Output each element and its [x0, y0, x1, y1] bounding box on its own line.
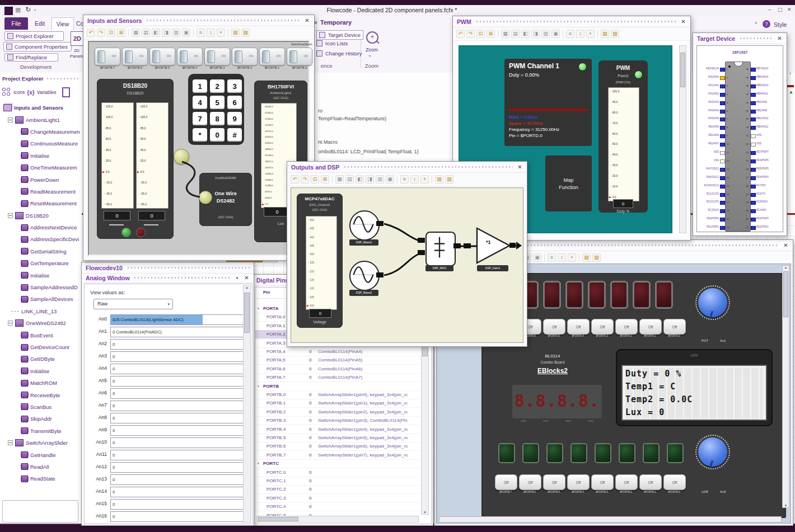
digital-row-PORTB.0[interactable]: PORTB.00SwitchArraySlider1(pin0), keypad…	[255, 390, 420, 399]
pot-knob[interactable]	[695, 285, 730, 320]
toolbar-icon-2[interactable]: ⊡	[107, 29, 115, 37]
view-option-0[interactable]: Target Device	[316, 30, 363, 40]
expander-icon[interactable]: ▾	[258, 459, 259, 468]
toolbar-icon-3[interactable]: ⊞	[321, 175, 329, 183]
toggle-switch-$PORTB.5[interactable]: ON	[149, 48, 175, 65]
keypad-key-4[interactable]: 4	[193, 96, 207, 109]
analog-window-titlebar[interactable]: Analog Window ▪ ✕	[82, 273, 254, 283]
pin-square-left-12[interactable]	[720, 159, 725, 163]
toolbar-icon-12[interactable]: +	[420, 175, 429, 183]
pin-square-left-10[interactable]	[720, 143, 725, 147]
toggle-switch-$PORTB.0[interactable]: ON	[287, 48, 312, 65]
toolbar-icon-5[interactable]: ▤	[142, 29, 150, 37]
flow-window-titlebar[interactable]: Flowcodev10	[82, 262, 254, 274]
tree-item-onetimemeasurem[interactable]: OneTimeMeasurem	[0, 162, 82, 173]
variables-icon[interactable]: {x}	[27, 90, 34, 96]
close-icon[interactable]: ✕	[517, 164, 523, 170]
switch-lever[interactable]	[152, 50, 160, 63]
tree-item-resetmeasurement[interactable]: ResetMeasurement	[0, 197, 82, 209]
switch-lever[interactable]	[97, 50, 105, 63]
target-window-titlebar[interactable]: Target Device ✕	[693, 33, 787, 44]
view-values-dropdown[interactable]: Raw▾	[93, 299, 173, 309]
toolbar-icon-0[interactable]: ↶	[87, 29, 95, 37]
variables-label[interactable]: Variables	[37, 90, 57, 95]
pin-square-left-3[interactable]	[720, 84, 725, 88]
pin-square-right-40[interactable]	[751, 68, 756, 72]
pin-square-right-37[interactable]	[751, 93, 756, 97]
toolbar-icon-7[interactable]: ◨	[531, 30, 540, 38]
pin-square-right-38[interactable]	[751, 84, 756, 88]
push-button-$PORTA.2[interactable]: Off	[615, 319, 638, 335]
toolbar-icon-3[interactable]: ⊞	[487, 30, 495, 38]
expander-icon[interactable]: ▾	[258, 304, 259, 313]
pin-square-right-29[interactable]	[751, 159, 756, 163]
keypad-key-#[interactable]: #	[227, 128, 242, 142]
style-menu[interactable]: Style	[774, 21, 787, 28]
toolbar-icon-3[interactable]: ⊞	[117, 29, 125, 37]
pin-square-right-24[interactable]	[751, 201, 756, 205]
pin-square-right-34[interactable]	[751, 117, 756, 121]
push-button-$PORTA.0[interactable]: Off	[663, 319, 686, 335]
toolbar-icon-9[interactable]: ▣	[551, 30, 560, 38]
pin-square-right-28[interactable]	[751, 168, 756, 172]
toolbar-icon-10[interactable]: ≡	[197, 29, 205, 37]
toolbar-icon-4[interactable]: ▦	[335, 175, 344, 183]
tree-item-changemeasuremen[interactable]: ChangeMeasuremen	[0, 126, 82, 138]
push-button-$PORTB.0[interactable]: Off	[663, 474, 686, 490]
pin-square-left-2[interactable]	[720, 76, 725, 80]
pin-square-left-4[interactable]	[720, 93, 725, 97]
tree-item-readmeasurement[interactable]: ReadMeasurement	[0, 186, 82, 197]
pin-square-left-19[interactable]	[720, 218, 725, 222]
toolbar-icon-8[interactable]: ▥	[172, 29, 180, 37]
digital-row-PORTB[interactable]: ▾PORTB	[255, 382, 420, 391]
pin-square-right-33[interactable]	[751, 126, 756, 130]
toolbar-icon-2[interactable]: ⊡	[311, 175, 319, 183]
pin-square-right-39[interactable]	[751, 76, 756, 80]
pin-square-right-30[interactable]	[751, 151, 756, 155]
board-horizontal-scrollbar[interactable]	[439, 516, 782, 522]
push-button-$PORTA.4[interactable]: Off	[567, 319, 590, 335]
toolbar-icon-13[interactable]: ▧	[601, 30, 609, 38]
pin-square-right-26[interactable]	[751, 185, 756, 189]
toolbar-icon-10[interactable]: ≡	[400, 175, 409, 183]
dsp-wave1-component[interactable]	[349, 210, 380, 241]
scroll-up-icon[interactable]: ▲	[244, 286, 250, 289]
digital-row-PORTC.4[interactable]: PORTC.40	[255, 502, 420, 511]
tree-item-matchrom[interactable]: MatchROM	[0, 377, 82, 389]
keypad-key-0[interactable]: 0	[210, 128, 225, 142]
close-icon[interactable]: ✕	[304, 17, 310, 23]
pin-square-right-36[interactable]	[751, 101, 756, 105]
tab-file[interactable]: File	[4, 17, 28, 30]
toolbar-icon-6[interactable]: ◧	[152, 29, 160, 37]
toolbar-icon-1[interactable]: ↷	[466, 30, 475, 38]
switch-lever[interactable]	[262, 50, 270, 63]
analog-value-field[interactable]: 0	[110, 474, 244, 485]
toolbar-icon-13[interactable]: ▧	[582, 253, 591, 262]
digital-row-PORTB.3[interactable]: PORTB.30SwitchArraySlider1(pin3), ComboB…	[255, 416, 420, 425]
toolbar-icon-14[interactable]: ▨	[445, 175, 453, 183]
digital-row-PORTC.2[interactable]: PORTC.20	[255, 485, 420, 494]
project-explorer-button[interactable]: Project Explorer	[4, 31, 64, 41]
digital-row-PORTB.2[interactable]: PORTB.20SwitchArraySlider1(pin2), keypad…	[255, 408, 420, 417]
pin-square-right-31[interactable]	[751, 143, 756, 147]
pin-square-right-35[interactable]	[751, 110, 756, 114]
toggle-switch-$PORTB.2[interactable]: ON	[232, 48, 258, 65]
tree-item-onewireds2482[interactable]: OneWireDS2482	[0, 317, 82, 329]
voltage-slider[interactable]: -5.0-4.5-4.0-3.5-3.0-2.5-2.0-1.5-1.0-0.5…	[306, 216, 337, 310]
push-button-$PORTB.4[interactable]: Off	[567, 474, 590, 490]
toolbar-icon-8[interactable]: ▥	[376, 175, 384, 183]
toolbar-icon-11[interactable]: ↕	[558, 253, 566, 262]
switch-lever[interactable]	[180, 50, 188, 63]
pin-square-left-20[interactable]	[720, 226, 725, 230]
temperature-slider-1[interactable]: -125.0-105.0-85.0-65.0-45.0-25.0▶-5.0--1…	[101, 102, 134, 209]
ribbon-collapse-icon[interactable]: ^	[755, 21, 757, 27]
pin-square-left-14[interactable]	[720, 176, 725, 180]
pin-square-right-32[interactable]	[751, 134, 756, 138]
digital-row-PORTC.3[interactable]: PORTC.30	[255, 494, 420, 503]
toolbar-icon-11[interactable]: ↕	[207, 29, 215, 37]
toolbar-icon-0[interactable]: ↶	[291, 175, 299, 183]
pin-square-left-15[interactable]	[720, 185, 725, 189]
pin-square-right-22[interactable]	[751, 218, 756, 222]
minimize-button[interactable]: –	[768, 7, 771, 12]
digital-row-PORTB.5[interactable]: PORTB.50SwitchArraySlider1(pin5), keypad…	[255, 434, 420, 442]
